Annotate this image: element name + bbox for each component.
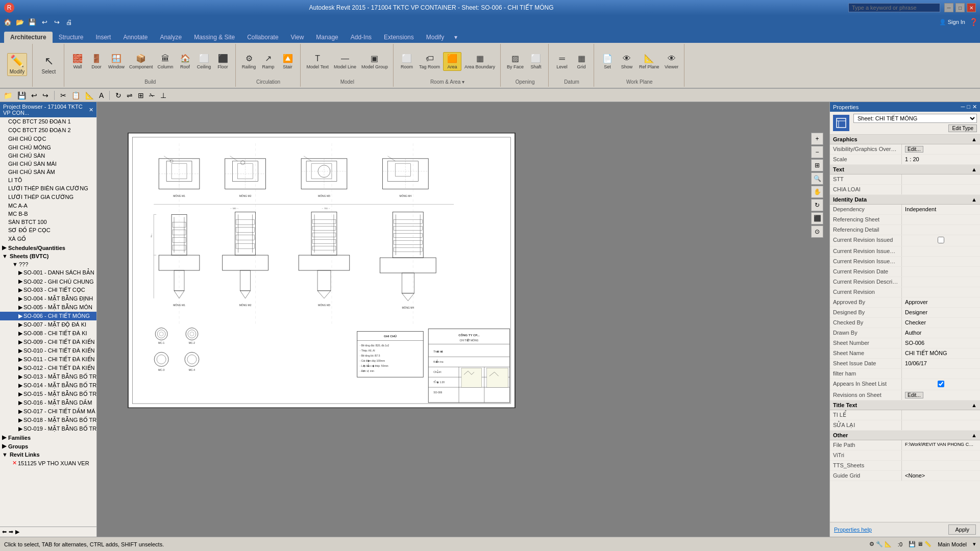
- pb-item-so014[interactable]: ▶SO-014 - MẶT BẰNG BỐ TR: [0, 381, 96, 390]
- model-group-btn[interactable]: ▣ Model Group: [359, 53, 390, 70]
- pan-btn[interactable]: ✋: [811, 186, 823, 198]
- model-text-btn[interactable]: T Model Text: [305, 53, 331, 70]
- section-graphics-collapse[interactable]: ▲: [971, 136, 977, 142]
- section-title-text-collapse[interactable]: ▲: [971, 402, 977, 408]
- tab-architecture[interactable]: Architecture: [4, 32, 53, 43]
- pb-item-coc2[interactable]: CỌC BTCT 250 ĐOẠN 2: [0, 126, 96, 135]
- steering-wheels-btn[interactable]: ⊙: [811, 226, 823, 238]
- minimize-btn[interactable]: ─: [944, 3, 953, 12]
- cmd-split[interactable]: ⊥: [159, 91, 168, 100]
- zoom-fit-btn[interactable]: ⊞: [811, 159, 823, 171]
- cmd-text[interactable]: A: [97, 91, 105, 100]
- cmd-undo[interactable]: ↩: [30, 91, 39, 100]
- tab-annotate[interactable]: Annotate: [117, 32, 154, 43]
- cmd-new[interactable]: 📁: [2, 91, 14, 100]
- pb-item-revit-link[interactable]: ✕151125 VP THO XUAN VER: [0, 459, 96, 467]
- pb-item-xago[interactable]: XÀ GỒ: [0, 235, 96, 243]
- section-identity[interactable]: Identity Data ▲: [830, 195, 980, 205]
- modify-btn[interactable]: ✏️ Modify: [7, 53, 27, 76]
- save-btn[interactable]: 💾: [27, 16, 38, 28]
- railing-btn[interactable]: ⚙ Railing: [240, 53, 258, 70]
- pb-item-so007[interactable]: ▶SO-007 - MẶT ĐỘ ĐÁ KI: [0, 320, 96, 329]
- apply-button[interactable]: Apply: [948, 524, 976, 535]
- pb-item-so006[interactable]: ▶SO-006 - CHI TIẾT MÓNG: [0, 312, 96, 320]
- tab-analyze[interactable]: Analyze: [154, 32, 188, 43]
- window-btn[interactable]: 🪟 Window: [106, 53, 127, 70]
- pb-item-luoi1[interactable]: LƯỚI THÉP BIÊN GIA CƯỜNG: [0, 184, 96, 193]
- area-boundary-btn[interactable]: ▦ Area Boundary: [462, 53, 497, 70]
- pb-item-qqq[interactable]: ▼???: [0, 260, 96, 268]
- show-btn[interactable]: 👁 Show: [618, 53, 636, 70]
- set-btn[interactable]: 📄 Set: [598, 53, 617, 70]
- pb-item-mcaa[interactable]: MC A-A: [0, 202, 96, 210]
- pb-item-so001[interactable]: ▶SO-001 - DANH SÁCH BẢN: [0, 268, 96, 277]
- cmd-mirror[interactable]: ⇌: [125, 91, 134, 100]
- pb-item-ghichumong[interactable]: GHI CHÚ MÓNG: [0, 143, 96, 152]
- pb-item-so010[interactable]: ▶SO-010 - CHI TIẾT ĐÀ KIẾN: [0, 346, 96, 355]
- properties-sheet-selector[interactable]: Sheet: CHI TIẾT MÓNG: [853, 114, 977, 123]
- ref-plane-btn[interactable]: 📐 Ref Plane: [637, 53, 662, 70]
- room-btn[interactable]: ⬜ Room: [398, 53, 416, 70]
- pb-item-sodep[interactable]: SƠ ĐỒ ÉP CỌC: [0, 226, 96, 235]
- edit-type-btn[interactable]: Edit Type: [948, 124, 977, 132]
- stair-btn[interactable]: 🔼 Stair: [279, 53, 297, 70]
- project-browser-close[interactable]: ✕: [89, 107, 93, 113]
- pb-item-so003[interactable]: ▶SO-003 - CHI TIẾT CỌC: [0, 286, 96, 294]
- pb-nav-back[interactable]: ⬅: [2, 529, 7, 535]
- pb-item-so008[interactable]: ▶SO-008 - CHI TIẾT ĐÀ KI: [0, 329, 96, 338]
- properties-restore-btn[interactable]: □: [967, 104, 970, 110]
- level-btn[interactable]: ═ Level: [553, 53, 571, 70]
- cmd-trim[interactable]: ✁: [148, 91, 157, 100]
- revisions-edit-btn[interactable]: Edit...: [905, 392, 923, 398]
- cmd-save[interactable]: 💾: [16, 91, 28, 100]
- search-input[interactable]: [848, 3, 940, 12]
- cmd-copy[interactable]: 📋: [70, 91, 82, 100]
- canvas-area[interactable]: MÓNG M1 MÓNG M2: [97, 102, 829, 537]
- tab-modify[interactable]: Modify: [420, 32, 450, 43]
- pb-item-so005[interactable]: ▶SO-005 - MẶT BẰNG MÓN: [0, 303, 96, 312]
- pb-item-so017[interactable]: ▶SO-017 - CHI TIẾT DẦM MÁ: [0, 407, 96, 416]
- tab-manage[interactable]: Manage: [310, 32, 344, 43]
- tab-extensions[interactable]: Extensions: [378, 32, 420, 43]
- pb-item-so012[interactable]: ▶SO-012 - CHI TIẾT ĐÀ KIẾN: [0, 364, 96, 372]
- pb-item-so016[interactable]: ▶SO-016 - MẶT BẰNG DẦM: [0, 398, 96, 407]
- pb-item-ghichucoc[interactable]: GHI CHÚ CỌC: [0, 135, 96, 143]
- by-face-btn[interactable]: ▨ By Face: [505, 53, 526, 70]
- ramp-btn[interactable]: ↗ Ramp: [259, 53, 278, 70]
- section-other[interactable]: Other ▲: [830, 431, 980, 440]
- wall-btn[interactable]: 🧱 Wall: [68, 53, 87, 70]
- cmd-redo[interactable]: ↪: [41, 91, 50, 100]
- grid-btn[interactable]: ▦ Grid: [572, 53, 591, 70]
- zoom-in-btn[interactable]: +: [811, 133, 823, 145]
- area-btn[interactable]: 🟧 Area: [443, 52, 461, 71]
- zoom-out-btn[interactable]: −: [811, 146, 823, 158]
- sign-in-btn[interactable]: 👤 Sign In: [939, 19, 965, 26]
- cmd-measure[interactable]: 📐: [84, 91, 95, 100]
- maximize-btn[interactable]: □: [955, 3, 965, 12]
- status-model-dropdown[interactable]: ▾: [973, 541, 976, 547]
- appears-sheet-list-cb[interactable]: [905, 381, 977, 387]
- pb-item-so002[interactable]: ▶SO-002 - GHI CHÚ CHUNG: [0, 277, 96, 286]
- door-btn[interactable]: 🚪 Door: [87, 53, 106, 70]
- pb-group-sheets[interactable]: ▼Sheets (BVTC): [0, 252, 96, 260]
- tab-massing[interactable]: Massing & Site: [188, 32, 241, 43]
- pb-group-families[interactable]: ▶Families: [0, 433, 96, 442]
- open-btn[interactable]: 📂: [14, 16, 26, 28]
- shaft-btn[interactable]: ⬜ Shaft: [527, 53, 545, 70]
- cmd-align[interactable]: ⊞: [136, 91, 145, 100]
- pb-group-revit-links[interactable]: ▼Revit Links: [0, 450, 96, 459]
- pb-item-so009[interactable]: ▶SO-009 - CHI TIẾT ĐÀ KIẾN: [0, 338, 96, 346]
- model-line-btn[interactable]: — Model Line: [332, 53, 358, 70]
- pb-nav-forward[interactable]: ➡: [9, 529, 13, 535]
- pb-item-ghichusan[interactable]: GHI CHÚ SÀN: [0, 152, 96, 160]
- expand-ribbon-btn[interactable]: ▾: [452, 32, 459, 43]
- pb-item-lito[interactable]: LI TÔ: [0, 176, 96, 184]
- properties-help-link[interactable]: Properties help: [834, 527, 872, 533]
- pb-item-ghichusan-mai[interactable]: GHI CHÚ SÀN MÁI: [0, 160, 96, 168]
- component-btn[interactable]: 📦 Component: [127, 53, 155, 70]
- pb-item-luoi2[interactable]: LƯỚI THÉP GIA CƯỜNG: [0, 193, 96, 202]
- tab-structure[interactable]: Structure: [53, 32, 90, 43]
- tag-room-btn[interactable]: 🏷 Tag Room: [417, 53, 442, 70]
- pb-item-san100[interactable]: SÀN BTCT 100: [0, 218, 96, 226]
- pb-group-schedules[interactable]: ▶Schedules/Quantities: [0, 243, 96, 252]
